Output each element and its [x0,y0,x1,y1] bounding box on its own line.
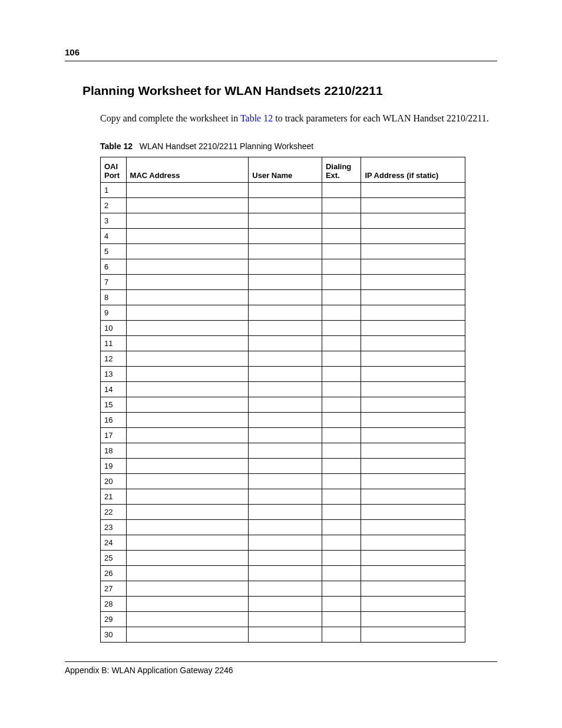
table-row: 11 [101,335,465,351]
table-cell-ext [322,627,361,642]
table-cell-ip [361,397,465,412]
table-cell-user [249,473,322,489]
table-cell-ip [361,458,465,473]
table-cell-mac [126,397,249,412]
table-cell-ip [361,427,465,443]
table-cell-ext [322,366,361,381]
table-cell-user [249,320,322,335]
table-row: 7 [101,274,465,289]
table-cell-ext [322,274,361,289]
table-row: 2 [101,197,465,213]
table-row: 23 [101,519,465,535]
table-cell-port: 22 [101,504,127,519]
table-cell-user [249,627,322,642]
table-row: 13 [101,366,465,381]
table-cell-ext [322,305,361,320]
table-cell-port: 2 [101,197,127,213]
table-cell-user [249,305,322,320]
table-cell-port: 15 [101,397,127,412]
table-cell-ip [361,381,465,397]
table-row: 14 [101,381,465,397]
table-12-link[interactable]: Table 12 [240,113,273,123]
page-footer: Appendix B: WLAN Application Gateway 224… [65,661,497,675]
intro-text-post: to track parameters for each WLAN Handse… [273,113,489,123]
table-cell-ip [361,335,465,351]
table-cell-mac [126,243,249,259]
table-cell-ext [322,581,361,596]
table-cell-port: 21 [101,489,127,504]
table-cell-ip [361,596,465,611]
table-cell-port: 24 [101,535,127,550]
table-cell-mac [126,504,249,519]
table-cell-ext [322,381,361,397]
table-cell-mac [126,381,249,397]
intro-text-pre: Copy and complete the worksheet in [100,113,240,123]
table-cell-user [249,427,322,443]
table-cell-user [249,443,322,458]
table-cell-ext [322,596,361,611]
table-cell-port: 6 [101,259,127,274]
table-cell-ext [322,427,361,443]
table-row: 22 [101,504,465,519]
table-cell-port: 19 [101,458,127,473]
table-cell-ip [361,228,465,243]
table-cell-user [249,596,322,611]
table-cell-user [249,259,322,274]
table-cell-ip [361,550,465,565]
table-cell-ip [361,412,465,427]
table-cell-port: 27 [101,581,127,596]
table-cell-ip [361,351,465,366]
table-cell-ip [361,274,465,289]
table-cell-ext [322,320,361,335]
table-row: 28 [101,596,465,611]
table-caption-label: Table 12 [100,141,133,151]
table-cell-user [249,535,322,550]
table-row: 10 [101,320,465,335]
table-row: 18 [101,443,465,458]
table-cell-mac [126,305,249,320]
table-cell-mac [126,197,249,213]
table-cell-mac [126,581,249,596]
header-dialing-ext: Dialing Ext. [322,157,361,182]
table-row: 27 [101,581,465,596]
table-cell-user [249,366,322,381]
table-cell-ip [361,473,465,489]
table-cell-ext [322,611,361,627]
table-cell-mac [126,274,249,289]
table-cell-ext [322,473,361,489]
table-caption: Table 12 WLAN Handset 2210/2211 Planning… [100,141,497,151]
table-cell-user [249,197,322,213]
table-row: 12 [101,351,465,366]
table-cell-user [249,397,322,412]
header-ip-address: IP Address (if static) [361,157,465,182]
table-cell-port: 29 [101,611,127,627]
header-rule [65,61,497,61]
table-cell-ip [361,182,465,197]
table-cell-mac [126,458,249,473]
table-row: 6 [101,259,465,274]
table-row: 29 [101,611,465,627]
table-row: 26 [101,565,465,581]
footer-text: Appendix B: WLAN Application Gateway 224… [65,666,497,675]
table-cell-mac [126,473,249,489]
table-cell-mac [126,443,249,458]
table-cell-port: 20 [101,473,127,489]
table-row: 1 [101,182,465,197]
table-cell-port: 4 [101,228,127,243]
header-user-name: User Name [249,157,322,182]
table-row: 9 [101,305,465,320]
table-cell-port: 9 [101,305,127,320]
table-cell-mac [126,351,249,366]
table-cell-ext [322,504,361,519]
table-row: 3 [101,213,465,228]
table-cell-user [249,519,322,535]
table-row: 16 [101,412,465,427]
table-cell-ext [322,519,361,535]
table-cell-ext [322,289,361,305]
table-cell-ip [361,611,465,627]
table-cell-ext [322,489,361,504]
table-header-row: OAI Port MAC Address User Name Dialing E… [101,157,465,182]
table-cell-port: 25 [101,550,127,565]
table-cell-user [249,289,322,305]
table-row: 8 [101,289,465,305]
